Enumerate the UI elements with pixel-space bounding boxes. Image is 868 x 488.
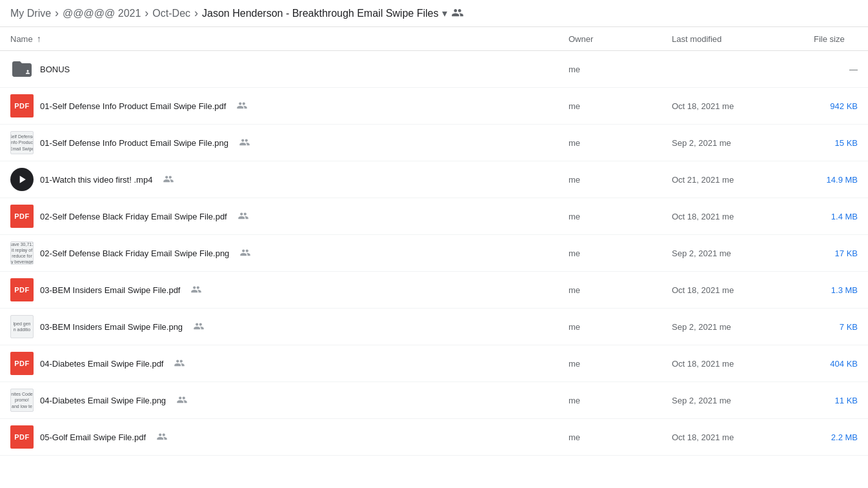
table-row[interactable]: PDF01-Self Defense Info Product Email Sw… bbox=[0, 88, 868, 125]
folder-icon bbox=[10, 57, 34, 81]
size-cell: 14.9 MB bbox=[803, 161, 868, 198]
file-name: 04-Diabetes Email Swipe File.png bbox=[40, 396, 166, 405]
file-name: 02-Self Defense Black Friday Email Swipe… bbox=[40, 249, 229, 258]
name-cell: nites Code promo! and low te04-Diabetes … bbox=[10, 389, 548, 412]
pdf-icon: PDF bbox=[10, 205, 34, 228]
modified-cell: Sep 2, 2021 me bbox=[661, 235, 803, 272]
pdf-icon: PDF bbox=[10, 278, 34, 301]
table-row[interactable]: nites Code promo! and low te04-Diabetes … bbox=[0, 382, 868, 419]
pdf-icon: PDF bbox=[10, 425, 34, 449]
png-thumbnail: lped gen n additio bbox=[10, 315, 34, 338]
shared-badge-icon bbox=[237, 210, 249, 222]
table-row[interactable]: save 30,711 it replay of reduce for by b… bbox=[0, 235, 868, 272]
breadcrumb-my-drive[interactable]: My Drive bbox=[10, 8, 51, 19]
file-name: BONUS bbox=[40, 65, 70, 74]
owner-cell: me bbox=[558, 51, 661, 88]
modified-cell: Oct 18, 2021 me bbox=[661, 88, 803, 125]
shared-folder-icon[interactable] bbox=[451, 6, 464, 20]
name-cell: BONUS bbox=[10, 57, 548, 81]
modified-cell: Oct 18, 2021 me bbox=[661, 272, 803, 309]
breadcrumb-sep-1: › bbox=[55, 6, 59, 20]
shared-badge-icon bbox=[174, 358, 185, 369]
table-row[interactable]: PDF05-Golf Email Swipe File.pdfmeOct 18,… bbox=[0, 419, 868, 456]
sort-asc-icon: ↑ bbox=[37, 34, 41, 44]
owner-cell: me bbox=[558, 382, 661, 419]
owner-cell: me bbox=[558, 419, 661, 456]
modified-cell: Sep 2, 2021 me bbox=[661, 125, 803, 161]
modified-cell: Sep 2, 2021 me bbox=[661, 309, 803, 345]
size-cell: 942 KB bbox=[803, 88, 868, 125]
size-cell: 17 KB bbox=[803, 235, 868, 272]
size-cell: 1.3 MB bbox=[803, 272, 868, 309]
owner-cell: me bbox=[558, 272, 661, 309]
modified-cell: Oct 18, 2021 me bbox=[661, 198, 803, 235]
size-cell: 15 KB bbox=[803, 125, 868, 161]
shared-badge-icon bbox=[190, 284, 202, 296]
shared-badge-icon bbox=[156, 431, 168, 443]
name-cell: PDF05-Golf Email Swipe File.pdf bbox=[10, 425, 548, 449]
owner-cell: me bbox=[558, 309, 661, 345]
table-row[interactable]: 01-Watch this video first! .mp4meOct 21,… bbox=[0, 161, 868, 198]
file-name: 03-BEM Insiders Email Swipe File.pdf bbox=[40, 285, 180, 295]
size-cell: — bbox=[803, 51, 868, 88]
shared-badge-icon bbox=[239, 137, 250, 148]
png-thumbnail: save 30,711 it replay of reduce for by b… bbox=[10, 241, 34, 265]
size-cell: 11 KB bbox=[803, 382, 868, 419]
owner-cell: me bbox=[558, 125, 661, 161]
owner-cell: me bbox=[558, 88, 661, 125]
file-table: Name ↑ Owner Last modified File size BON… bbox=[0, 27, 868, 456]
owner-cell: me bbox=[558, 161, 661, 198]
name-cell: lped gen n additio03-BEM Insiders Email … bbox=[10, 315, 548, 338]
modified-cell: Sep 2, 2021 me bbox=[661, 382, 803, 419]
name-cell: 01-Watch this video first! .mp4 bbox=[10, 168, 548, 191]
png-thumbnail: nites Code promo! and low te bbox=[10, 389, 34, 412]
owner-cell: me bbox=[558, 235, 661, 272]
size-cell: 7 KB bbox=[803, 309, 868, 345]
breadcrumb-sep-2: › bbox=[145, 6, 148, 20]
modified-cell: Oct 18, 2021 me bbox=[661, 345, 803, 382]
breadcrumb-sep-3: › bbox=[194, 6, 198, 20]
table-row[interactable]: Self Defense Info Product Email Swipe01-… bbox=[0, 125, 868, 161]
col-header-owner[interactable]: Owner bbox=[558, 27, 661, 51]
modified-cell: Oct 18, 2021 me bbox=[661, 419, 803, 456]
video-icon bbox=[10, 168, 34, 191]
table-row[interactable]: PDF02-Self Defense Black Friday Email Sw… bbox=[0, 198, 868, 235]
shared-badge-icon bbox=[236, 100, 248, 112]
owner-cell: me bbox=[558, 345, 661, 382]
table-row[interactable]: PDF03-BEM Insiders Email Swipe File.pdfm… bbox=[0, 272, 868, 309]
breadcrumb-current: Jason Henderson - Breakthrough Email Swi… bbox=[202, 8, 438, 19]
col-header-name[interactable]: Name ↑ bbox=[0, 27, 558, 51]
breadcrumb-quarter[interactable]: Oct-Dec bbox=[152, 8, 190, 19]
modified-cell bbox=[661, 51, 803, 88]
modified-cell: Oct 21, 2021 me bbox=[661, 161, 803, 198]
name-cell: Self Defense Info Product Email Swipe01-… bbox=[10, 131, 548, 154]
breadcrumb-year[interactable]: @@@@@ 2021 bbox=[63, 8, 141, 19]
name-cell: PDF01-Self Defense Info Product Email Sw… bbox=[10, 94, 548, 117]
shared-badge-icon bbox=[239, 247, 251, 259]
shared-badge-icon bbox=[163, 174, 174, 185]
name-cell: PDF03-BEM Insiders Email Swipe File.pdf bbox=[10, 278, 548, 301]
size-cell: 404 KB bbox=[803, 345, 868, 382]
col-header-size[interactable]: File size bbox=[803, 27, 868, 51]
png-thumbnail: Self Defense Info Product Email Swipe bbox=[10, 131, 34, 154]
file-name: 02-Self Defense Black Friday Email Swipe… bbox=[40, 212, 227, 221]
file-name: 03-BEM Insiders Email Swipe File.png bbox=[40, 322, 183, 332]
col-header-modified[interactable]: Last modified bbox=[661, 27, 803, 51]
table-row[interactable]: lped gen n additio03-BEM Insiders Email … bbox=[0, 309, 868, 345]
file-name: 05-Golf Email Swipe File.pdf bbox=[40, 432, 146, 442]
file-name: 04-Diabetes Email Swipe File.pdf bbox=[40, 359, 163, 369]
shared-badge-icon bbox=[176, 394, 188, 406]
size-cell: 2.2 MB bbox=[803, 419, 868, 456]
pdf-icon: PDF bbox=[10, 94, 34, 117]
file-name: 01-Watch this video first! .mp4 bbox=[40, 175, 152, 185]
file-name: 01-Self Defense Info Product Email Swipe… bbox=[40, 101, 226, 111]
chevron-down-icon[interactable]: ▾ bbox=[442, 7, 447, 19]
shared-badge-icon bbox=[193, 321, 205, 332]
pdf-icon: PDF bbox=[10, 352, 34, 375]
breadcrumb: My Drive › @@@@@ 2021 › Oct-Dec › Jason … bbox=[0, 0, 868, 27]
table-row[interactable]: BONUSme— bbox=[0, 51, 868, 88]
name-cell: PDF04-Diabetes Email Swipe File.pdf bbox=[10, 352, 548, 375]
size-cell: 1.4 MB bbox=[803, 198, 868, 235]
name-cell: save 30,711 it replay of reduce for by b… bbox=[10, 241, 548, 265]
table-row[interactable]: PDF04-Diabetes Email Swipe File.pdfmeOct… bbox=[0, 345, 868, 382]
